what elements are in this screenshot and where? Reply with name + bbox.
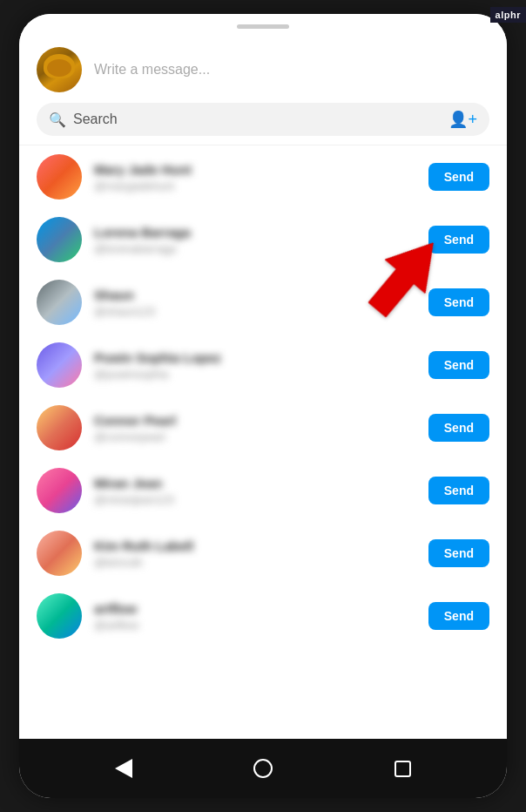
- contact-name: Shaun: [94, 288, 428, 302]
- contact-info: Shaun@shaun123: [94, 288, 428, 318]
- write-message-row[interactable]: Write a message...: [37, 47, 489, 92]
- write-message-placeholder: Write a message...: [94, 62, 210, 78]
- contact-username: @artflow: [94, 619, 428, 632]
- contact-info: Miran Jean@miranjean123: [94, 476, 428, 506]
- send-button[interactable]: Send: [428, 163, 489, 191]
- search-text: Search: [73, 112, 442, 127]
- app-content: Write a message... 🔍 Search 👤+ Mary Jade…: [19, 38, 507, 739]
- send-button[interactable]: Send: [428, 414, 489, 442]
- contact-username: @puwinsophia: [94, 368, 428, 381]
- status-pill: [237, 24, 289, 29]
- header-area: Write a message... 🔍 Search 👤+: [19, 38, 507, 145]
- contact-avatar: [37, 405, 82, 450]
- phone-frame: Write a message... 🔍 Search 👤+ Mary Jade…: [19, 14, 507, 798]
- send-button[interactable]: Send: [428, 288, 489, 316]
- contact-name: Connor Pearl: [94, 413, 428, 428]
- add-person-icon[interactable]: 👤+: [448, 110, 477, 129]
- contact-username: @maryjadehunt: [94, 179, 428, 193]
- contact-avatar: [37, 280, 82, 325]
- contact-info: Connor Pearl@connorpearl: [94, 413, 428, 443]
- send-button[interactable]: Send: [428, 602, 489, 630]
- contact-info: Lorena Barraga@lorenabarraga: [94, 225, 428, 255]
- send-button[interactable]: Send: [428, 477, 489, 504]
- send-button[interactable]: Send: [428, 226, 489, 254]
- home-button[interactable]: [246, 751, 280, 786]
- search-icon: 🔍: [49, 112, 66, 128]
- contact-item: Connor Pearl@connorpearlSend: [19, 396, 507, 459]
- back-button[interactable]: [106, 751, 141, 786]
- navigation-bar: [19, 739, 507, 798]
- contact-info: Kim Ruth Labell@kimruth: [94, 538, 428, 569]
- contact-username: @lorenabarraga: [94, 242, 428, 255]
- contact-name: Mary Jade Hunt: [94, 162, 428, 177]
- send-button[interactable]: Send: [428, 351, 489, 379]
- contact-avatar: [37, 154, 82, 200]
- contact-name: Miran Jean: [94, 476, 428, 491]
- contact-item: artflow@artflowSend: [19, 585, 507, 647]
- contact-name: artflow: [94, 601, 428, 616]
- contact-avatar: [37, 531, 82, 576]
- contact-name: Lorena Barraga: [94, 225, 428, 240]
- contact-avatar: [37, 593, 82, 639]
- contact-avatar: [37, 468, 82, 513]
- watermark-label: alphr: [490, 7, 526, 23]
- contact-name: Puwin Sophia Lopez: [94, 350, 428, 365]
- contact-username: @miranjean123: [94, 493, 428, 506]
- search-bar[interactable]: 🔍 Search 👤+: [37, 103, 489, 136]
- contact-item: Kim Ruth Labell@kimruthSend: [19, 522, 507, 585]
- contact-avatar: [37, 217, 82, 262]
- contact-info: Puwin Sophia Lopez@puwinsophia: [94, 350, 428, 381]
- contact-name: Kim Ruth Labell: [94, 538, 428, 553]
- contacts-list: Mary Jade Hunt@maryjadehuntSendLorena Ba…: [19, 145, 507, 739]
- contact-username: @shaun123: [94, 305, 428, 318]
- contact-item: Shaun@shaun123Send: [19, 271, 507, 334]
- contact-item: Miran Jean@miranjean123Send: [19, 459, 507, 522]
- status-bar: [19, 14, 507, 38]
- contact-item: Puwin Sophia Lopez@puwinsophiaSend: [19, 334, 507, 396]
- contact-item: Lorena Barraga@lorenabarragaSend: [19, 208, 507, 271]
- send-button[interactable]: Send: [428, 539, 489, 567]
- contact-info: artflow@artflow: [94, 601, 428, 632]
- contact-username: @kimruth: [94, 556, 428, 569]
- contact-info: Mary Jade Hunt@maryjadehunt: [94, 162, 428, 193]
- contact-item: Mary Jade Hunt@maryjadehuntSend: [19, 145, 507, 208]
- recents-button[interactable]: [385, 751, 420, 786]
- user-avatar: [37, 47, 82, 92]
- contact-avatar: [37, 342, 82, 388]
- contact-username: @connorpearl: [94, 430, 428, 443]
